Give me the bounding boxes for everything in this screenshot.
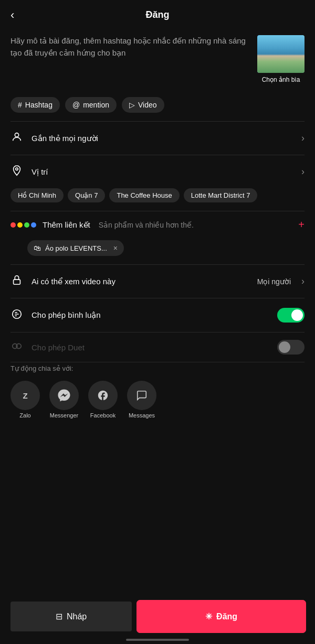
tag-people-label: Gắn thẻ mọi người: [32, 134, 293, 143]
facebook-label: Facebook: [90, 412, 116, 418]
dot-blue: [31, 222, 36, 228]
location-tags: Hồ Chí Minh Quận 7 The Coffee House Lott…: [0, 188, 315, 211]
dot-green: [24, 222, 29, 228]
facebook-button[interactable]: Facebook: [88, 381, 118, 418]
location-arrow: ›: [301, 166, 304, 177]
draft-label: Nháp: [67, 612, 87, 621]
svg-point-0: [15, 133, 18, 137]
comments-label: Cho phép bình luận: [32, 310, 269, 320]
tag-people-row[interactable]: Gắn thẻ mọi người ›: [0, 122, 315, 155]
loc-chip-lotte[interactable]: Lotte Mart District 7: [184, 188, 258, 202]
back-button[interactable]: ‹: [10, 8, 14, 22]
duet-row[interactable]: Cho phép Duet: [0, 332, 315, 362]
page-title: Đăng: [146, 9, 170, 20]
cover-label[interactable]: Chọn ảnh bìa: [262, 76, 300, 83]
messages-icon: [127, 381, 156, 410]
caption-input[interactable]: Hãy mô tả bài đăng, thêm hashtag hoặc nh…: [10, 35, 249, 59]
home-indicator: [126, 639, 189, 641]
mention-icon: @: [72, 101, 80, 109]
bottom-bar: ⊟ Nháp ✳ Đăng: [0, 595, 315, 644]
draft-button[interactable]: ⊟ Nháp: [10, 602, 132, 631]
cover-image[interactable]: [257, 35, 304, 73]
cover-image-wrap: Chọn ảnh bìa: [257, 35, 304, 83]
tag-people-arrow: ›: [301, 133, 304, 144]
mention-label: mention: [83, 101, 109, 109]
privacy-row[interactable]: Ai có thể xem video này Mọi người ›: [0, 265, 315, 298]
video-icon: ▷: [129, 101, 135, 109]
link-row[interactable]: Thêm liên kết Sản phẩm và nhiều hơn thế.…: [0, 211, 315, 238]
duet-icon: [10, 340, 23, 355]
toggle-track: [277, 308, 304, 323]
hashtag-chip[interactable]: # Hashtag: [10, 97, 60, 113]
mention-chip[interactable]: @ mention: [65, 97, 117, 113]
lock-icon: [10, 274, 23, 288]
link-dots-icon: [10, 222, 36, 228]
messages-button[interactable]: Messages: [127, 381, 156, 418]
messenger-icon: [49, 381, 79, 410]
dot-yellow: [17, 222, 23, 228]
hashtag-label: Hashtag: [25, 101, 52, 109]
link-subtext: Sản phẩm và nhiều hơn thế.: [99, 221, 292, 229]
header: ‹ Đăng: [0, 0, 315, 30]
video-label: Video: [138, 101, 157, 109]
link-label: Thêm liên kết: [43, 220, 90, 230]
post-icon: ✳: [205, 611, 212, 621]
product-label: Áo polo LEVENTS...: [45, 244, 107, 252]
location-label: Vị trí: [32, 167, 293, 177]
comment-icon: [10, 308, 23, 323]
caption-area: Hãy mô tả bài đăng, thêm hashtag hoặc nh…: [0, 30, 315, 92]
product-chip[interactable]: 🛍 Áo polo LEVENTS... ×: [27, 240, 124, 256]
zalo-icon: Z: [10, 381, 40, 410]
duet-label: Cho phép Duet: [32, 343, 269, 352]
product-chip-wrap: 🛍 Áo polo LEVENTS... ×: [0, 238, 315, 264]
person-icon: [10, 131, 23, 145]
comments-toggle[interactable]: [277, 308, 304, 323]
messenger-button[interactable]: Messenger: [49, 381, 79, 418]
draft-icon: ⊟: [56, 611, 62, 621]
hashtag-icon: #: [18, 101, 22, 109]
duet-toggle-track: [277, 340, 304, 355]
share-label: Tự động chia sẻ với:: [0, 362, 315, 378]
location-row[interactable]: Vị trí ›: [0, 155, 315, 188]
messages-label: Messages: [129, 412, 155, 418]
zalo-button[interactable]: Z Zalo: [10, 381, 40, 418]
link-plus-button[interactable]: +: [298, 219, 304, 231]
messenger-label: Messenger: [50, 412, 78, 418]
svg-point-1: [16, 168, 18, 170]
loc-chip-hcm[interactable]: Hồ Chí Minh: [10, 188, 64, 202]
tag-chips-row: # Hashtag @ mention ▷ Video: [0, 92, 315, 121]
duet-toggle[interactable]: [277, 340, 304, 355]
location-icon: [10, 165, 23, 179]
dot-red: [10, 222, 16, 228]
comments-row: Cho phép bình luận: [0, 298, 315, 332]
product-close-button[interactable]: ×: [113, 244, 118, 252]
loc-chip-coffee[interactable]: The Coffee House: [109, 188, 179, 202]
loc-chip-q7[interactable]: Quận 7: [68, 188, 105, 202]
facebook-icon: [88, 381, 118, 410]
svg-rect-2: [14, 280, 20, 284]
social-row: Z Zalo Messenger Facebook Messages: [0, 378, 315, 429]
duet-toggle-thumb: [279, 341, 290, 353]
post-label: Đăng: [216, 612, 237, 621]
privacy-label: Ai có thể xem video này: [32, 277, 249, 286]
post-button[interactable]: ✳ Đăng: [138, 602, 304, 631]
zalo-label: Zalo: [19, 412, 30, 418]
product-icon: 🛍: [34, 244, 41, 252]
privacy-value: Mọi người: [257, 277, 291, 286]
bottom-spacer: [0, 429, 315, 481]
toggle-thumb: [291, 309, 303, 321]
video-chip[interactable]: ▷ Video: [122, 97, 164, 113]
privacy-arrow: ›: [301, 276, 304, 287]
